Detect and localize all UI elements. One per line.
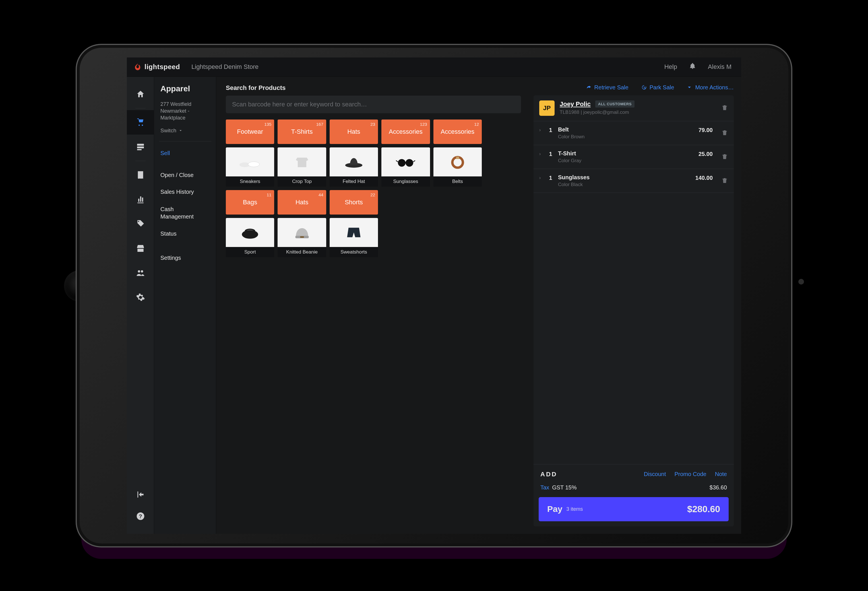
- top-bar: lightspeed Lightspeed Denim Store Help A…: [127, 58, 741, 77]
- duffel-icon: [238, 223, 262, 242]
- svg-point-15: [242, 230, 258, 238]
- svg-rect-2: [137, 149, 142, 150]
- crop-top-icon: [290, 152, 314, 171]
- history-icon: [641, 84, 647, 90]
- stack-icon: [136, 142, 145, 151]
- app-screen: lightspeed Lightspeed Denim Store Help A…: [127, 58, 741, 534]
- product-tile[interactable]: Sunglasses: [381, 148, 430, 187]
- retrieve-sale-button[interactable]: Retrieve Sale: [586, 84, 629, 91]
- product-tile[interactable]: Sweatshorts: [330, 218, 378, 257]
- nav-tags[interactable]: [127, 212, 154, 236]
- nav-settings[interactable]: [127, 285, 154, 310]
- pay-label: Pay: [547, 504, 562, 514]
- store-name: Lightspeed Denim Store: [191, 63, 258, 71]
- add-label: ADD: [540, 471, 557, 478]
- product-tile[interactable]: Crop Top: [278, 148, 326, 187]
- pay-button[interactable]: Pay 3 items $280.60: [539, 497, 729, 521]
- search-heading: Search for Products: [226, 84, 521, 92]
- category-tile[interactable]: 44Hats: [278, 190, 326, 214]
- category-tile[interactable]: 11Bags: [226, 190, 274, 214]
- cart-line[interactable]: › 1 SunglassesColor Black 140.00: [534, 169, 734, 193]
- product-tile[interactable]: Felted Hat: [330, 148, 378, 187]
- side-link-settings[interactable]: Settings: [160, 251, 210, 265]
- pay-items: 3 items: [566, 506, 583, 512]
- chevron-right-icon: ›: [539, 175, 543, 180]
- customer-card[interactable]: JP Joey Polic ALL CUSTOMERS TLB1988 | jo…: [534, 95, 734, 121]
- nav-catalog[interactable]: [127, 134, 154, 159]
- add-note-button[interactable]: Note: [715, 471, 727, 477]
- customer-group-badge: ALL CUSTOMERS: [595, 100, 635, 108]
- customer-name-link[interactable]: Joey Polic: [560, 100, 591, 108]
- side-link-status[interactable]: Status: [160, 226, 210, 241]
- park-sale-button[interactable]: Park Sale: [641, 84, 674, 91]
- remove-line-button[interactable]: [721, 177, 728, 185]
- side-link-cash-management[interactable]: Cash Management: [160, 201, 210, 224]
- category-tile[interactable]: 22Shorts: [330, 190, 378, 214]
- nav-home[interactable]: [127, 82, 154, 106]
- more-actions-button[interactable]: More Actions…: [686, 84, 734, 91]
- sneakers-icon: [238, 152, 262, 171]
- add-discount-button[interactable]: Discount: [644, 471, 666, 477]
- nav-inventory[interactable]: [127, 236, 154, 261]
- chevron-down-icon: [179, 129, 183, 133]
- product-tile[interactable]: Sneakers: [226, 148, 274, 187]
- fedora-icon: [342, 152, 366, 171]
- remove-customer-button[interactable]: [721, 104, 728, 112]
- add-promo-button[interactable]: Promo Code: [674, 471, 706, 477]
- line-qty: 1: [548, 175, 554, 181]
- line-name: Belt: [558, 126, 694, 133]
- search-input[interactable]: Scan barcode here or enter keyword to se…: [226, 96, 521, 113]
- cart-line[interactable]: › 1 T-ShirtColor Gray 25.00: [534, 145, 734, 169]
- people-icon: [136, 268, 145, 278]
- cart-line[interactable]: › 1 BeltColor Brown 79.00: [534, 121, 734, 145]
- brand-logo[interactable]: lightspeed: [134, 63, 180, 71]
- gear-icon: [136, 293, 145, 302]
- remove-line-button[interactable]: [721, 129, 728, 137]
- receipt-icon: [136, 170, 145, 180]
- shorts-icon: [342, 223, 366, 242]
- cart-lines: › 1 BeltColor Brown 79.00 › 1 T-ShirtCol…: [534, 121, 734, 464]
- nav-reports[interactable]: [127, 187, 154, 212]
- svg-point-8: [248, 162, 259, 167]
- product-tile[interactable]: Belts: [433, 148, 482, 187]
- register-title: Apparel: [160, 84, 210, 93]
- tax-label[interactable]: Tax: [540, 484, 549, 491]
- line-qty: 1: [548, 151, 554, 157]
- side-link-sales-history[interactable]: Sales History: [160, 185, 210, 199]
- trash-icon: [721, 129, 728, 136]
- nav-sell[interactable]: [127, 110, 154, 134]
- switch-register-button[interactable]: Switch: [160, 127, 210, 134]
- line-price: 140.00: [695, 175, 713, 181]
- svg-rect-12: [405, 162, 407, 163]
- side-link-open-close[interactable]: Open / Close: [160, 168, 210, 182]
- question-icon: ?: [136, 511, 145, 521]
- line-price: 25.00: [698, 151, 713, 157]
- help-rail-button[interactable]: ?: [127, 505, 154, 527]
- category-tile[interactable]: 23Hats: [330, 120, 378, 144]
- remove-line-button[interactable]: [721, 153, 728, 161]
- product-tile[interactable]: Sport: [226, 218, 274, 257]
- collapse-rail-button[interactable]: [127, 484, 154, 505]
- user-menu[interactable]: Alexis M: [708, 63, 731, 71]
- products-panel: Search for Products Scan barcode here or…: [216, 77, 531, 534]
- svg-point-10: [398, 159, 406, 167]
- product-tile[interactable]: Knitted Beanie: [278, 218, 326, 257]
- side-link-sell[interactable]: Sell: [160, 146, 210, 161]
- sunglasses-icon: [394, 152, 418, 171]
- category-tile[interactable]: 167T-Shirts: [278, 120, 326, 144]
- nav-rail: ?: [127, 77, 154, 534]
- category-tile[interactable]: 12Accessories: [433, 120, 482, 144]
- product-grid: 135Footwear 167T-Shirts 23Hats 123Access…: [226, 120, 482, 257]
- side-panel: Apparel 277 Westfield Newmarket - Marktp…: [154, 77, 216, 534]
- help-link[interactable]: Help: [664, 63, 677, 71]
- trash-icon: [721, 104, 728, 111]
- svg-rect-14: [456, 157, 459, 159]
- nav-customers[interactable]: [127, 261, 154, 285]
- category-tile[interactable]: 135Footwear: [226, 120, 274, 144]
- cart-panel: Retrieve Sale Park Sale More Actions…: [531, 77, 741, 534]
- nav-receipt[interactable]: [127, 163, 154, 187]
- notifications-button[interactable]: [689, 63, 696, 71]
- camera-lens: [798, 279, 804, 285]
- category-tile[interactable]: 123Accessories: [381, 120, 430, 144]
- svg-point-3: [138, 270, 140, 272]
